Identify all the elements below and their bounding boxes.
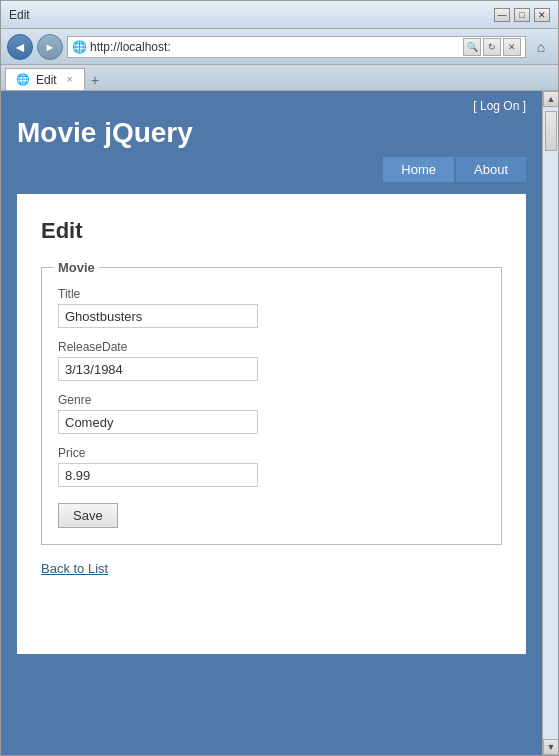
scrollbar: ▲ ▼ xyxy=(542,91,558,755)
home-button[interactable]: ⌂ xyxy=(530,36,552,58)
maximize-button[interactable]: □ xyxy=(514,8,530,22)
genre-field[interactable] xyxy=(58,410,258,434)
new-tab-button[interactable]: + xyxy=(85,70,105,90)
home-icon: ⌂ xyxy=(537,39,545,55)
active-tab[interactable]: 🌐 Edit × xyxy=(5,68,85,90)
scroll-down-button[interactable]: ▼ xyxy=(543,739,558,755)
scroll-up-button[interactable]: ▲ xyxy=(543,91,558,107)
tab-label: Edit xyxy=(36,73,57,87)
release-date-label: ReleaseDate xyxy=(58,340,485,354)
scroll-track xyxy=(543,107,558,739)
tab-bar: 🌐 Edit × + xyxy=(1,65,558,91)
log-on-link[interactable]: [ Log On ] xyxy=(473,99,526,113)
site-title: Movie jQuery xyxy=(17,117,526,149)
main-area: Edit Movie Title ReleaseDate Genre xyxy=(1,182,542,755)
page-with-scroll: [ Log On ] Movie jQuery Home About Edit … xyxy=(1,91,558,755)
title-label: Title xyxy=(58,287,485,301)
page-heading: Edit xyxy=(41,218,502,244)
title-field[interactable] xyxy=(58,304,258,328)
browser-window: Edit — □ ✕ ◄ ► 🌐 http://localhost:﻿ 🔍 ↻ … xyxy=(0,0,559,756)
back-to-list-link[interactable]: Back to List xyxy=(41,561,502,576)
content-box: Edit Movie Title ReleaseDate Genre xyxy=(17,194,526,654)
nav-about[interactable]: About xyxy=(456,157,526,182)
forward-button[interactable]: ► xyxy=(37,34,63,60)
title-bar: Edit — □ ✕ xyxy=(1,1,558,29)
window-title: Edit xyxy=(9,8,30,22)
save-button[interactable]: Save xyxy=(58,503,118,528)
search-dropdown-button[interactable]: 🔍 xyxy=(463,38,481,56)
address-text[interactable]: http://localhost: xyxy=(90,40,460,54)
forward-arrow-icon: ► xyxy=(45,41,56,53)
fieldset-legend: Movie xyxy=(54,260,99,275)
price-label: Price xyxy=(58,446,485,460)
refresh-button[interactable]: ↻ xyxy=(483,38,501,56)
genre-form-field: Genre xyxy=(58,393,485,434)
tab-close-button[interactable]: × xyxy=(67,74,73,85)
nav-bar: Home About xyxy=(17,157,526,182)
address-bar-wrap: 🌐 http://localhost:﻿ 🔍 ↻ ✕ xyxy=(67,36,526,58)
nav-home[interactable]: Home xyxy=(383,157,454,182)
price-field[interactable] xyxy=(58,463,258,487)
movie-fieldset: Movie Title ReleaseDate Genre xyxy=(41,260,502,545)
address-actions: 🔍 ↻ ✕ xyxy=(463,38,521,56)
release-date-field[interactable] xyxy=(58,357,258,381)
title-form-field: Title xyxy=(58,287,485,328)
address-bar: ◄ ► 🌐 http://localhost:﻿ 🔍 ↻ ✕ ⌂ xyxy=(1,29,558,65)
stop-button[interactable]: ✕ xyxy=(503,38,521,56)
title-bar-controls: — □ ✕ xyxy=(494,8,550,22)
back-button[interactable]: ◄ xyxy=(7,34,33,60)
close-button[interactable]: ✕ xyxy=(534,8,550,22)
page-content: [ Log On ] Movie jQuery Home About Edit … xyxy=(1,91,542,755)
tab-icon: 🌐 xyxy=(16,73,30,86)
price-form-field: Price xyxy=(58,446,485,487)
minimize-button[interactable]: — xyxy=(494,8,510,22)
address-ie-icon: 🌐 xyxy=(72,40,87,54)
back-arrow-icon: ◄ xyxy=(13,39,27,55)
release-date-form-field: ReleaseDate xyxy=(58,340,485,381)
scroll-thumb[interactable] xyxy=(545,111,557,151)
log-on-row: [ Log On ] xyxy=(17,99,526,113)
genre-label: Genre xyxy=(58,393,485,407)
site-header: [ Log On ] Movie jQuery Home About xyxy=(1,91,542,182)
